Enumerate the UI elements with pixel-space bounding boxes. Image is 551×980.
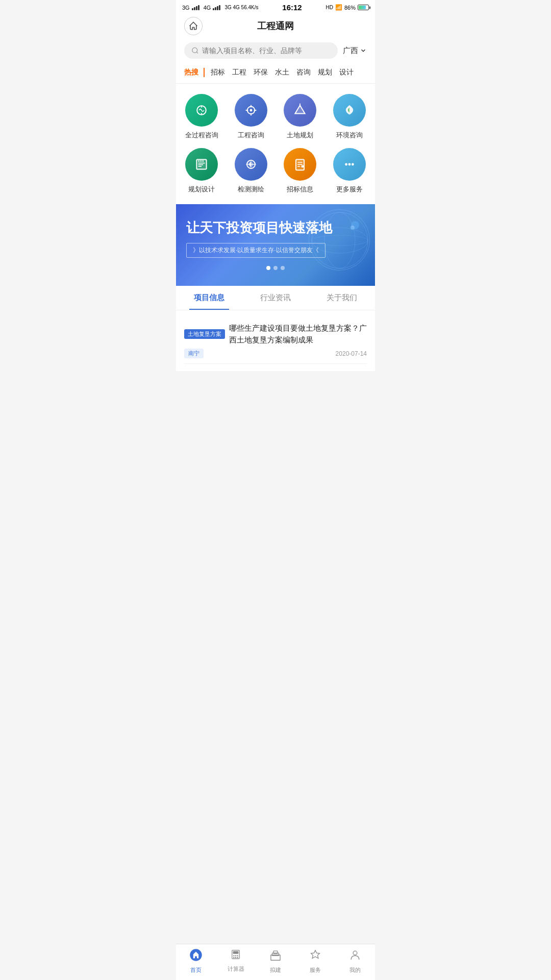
news-item-1[interactable]: 土地复垦方案 哪些生产建设项目要做土地复垦方案？广西土地复垦方案编制成果 南宁 … bbox=[184, 317, 367, 364]
signal-3g bbox=[192, 5, 199, 10]
svg-point-25 bbox=[302, 165, 304, 168]
search-input[interactable] bbox=[202, 46, 331, 55]
hot-tag-sheji[interactable]: 设计 bbox=[339, 68, 354, 77]
svg-rect-11 bbox=[198, 163, 205, 164]
news-category-tag: 土地复垦方案 bbox=[184, 329, 225, 339]
network-info: 3G bbox=[182, 5, 190, 11]
hot-tags-container: 招标 工程 环保 水土 咨询 规划 设计 bbox=[211, 68, 354, 77]
hot-tag-zhaobiao[interactable]: 招标 bbox=[211, 68, 225, 77]
svg-rect-14 bbox=[198, 160, 199, 162]
svg-rect-15 bbox=[201, 160, 202, 162]
time-display: 16:12 bbox=[282, 3, 302, 12]
news-list: 土地复垦方案 哪些生产建设项目要做土地复垦方案？广西土地复垦方案编制成果 南宁 … bbox=[176, 310, 375, 371]
tab-about-us[interactable]: 关于我们 bbox=[309, 286, 375, 310]
service-label-guihua: 规划设计 bbox=[188, 185, 215, 194]
svg-rect-13 bbox=[198, 166, 202, 167]
tab-project-info[interactable]: 项目信息 bbox=[176, 286, 242, 310]
service-item-gongcheng[interactable]: 工程咨询 bbox=[231, 94, 272, 140]
service-label-huanjing: 环境咨询 bbox=[336, 131, 363, 140]
battery-percent: 86% bbox=[344, 5, 356, 11]
header: 工程通网 bbox=[176, 15, 375, 37]
news-title: 哪些生产建设项目要做土地复垦方案？广西土地复垦方案编制成果 bbox=[229, 323, 367, 346]
hot-tag-shuitu[interactable]: 水土 bbox=[275, 68, 289, 77]
news-date: 2020-07-14 bbox=[336, 350, 367, 357]
search-area: 广西 bbox=[176, 37, 375, 64]
search-icon bbox=[191, 46, 199, 55]
banner-dot-2[interactable] bbox=[273, 266, 278, 270]
banner-subtitle: 》以技术求发展·以质量求生存·以信誉交朋友《 bbox=[186, 243, 325, 258]
status-bar: 3G 4G 3G 4G 56.4K/s 16:12 HD 📶 86% bbox=[176, 0, 375, 15]
banner-dot-3[interactable] bbox=[281, 266, 285, 270]
svg-rect-12 bbox=[198, 164, 204, 165]
hd-indicator: HD bbox=[326, 5, 333, 10]
svg-marker-8 bbox=[295, 105, 305, 113]
svg-point-30 bbox=[324, 212, 355, 268]
svg-point-28 bbox=[352, 163, 354, 166]
tab-project-label: 项目信息 bbox=[194, 293, 224, 302]
hot-tag-guihua[interactable]: 规划 bbox=[318, 68, 332, 77]
svg-rect-16 bbox=[203, 160, 204, 162]
content-tabs: 项目信息 行业资讯 关于我们 bbox=[176, 286, 375, 310]
svg-point-27 bbox=[348, 163, 350, 166]
speed-indicator: 3G 4G 56.4K/s bbox=[224, 5, 258, 10]
app-title: 工程通网 bbox=[257, 20, 294, 32]
service-label-jiance: 检测测绘 bbox=[238, 185, 264, 194]
service-item-huanjing[interactable]: 环境咨询 bbox=[329, 94, 370, 140]
service-item-tudi[interactable]: 土地规划 bbox=[280, 94, 321, 140]
status-right: HD 📶 86% bbox=[326, 4, 369, 11]
chevron-down-icon bbox=[360, 47, 367, 54]
svg-point-0 bbox=[192, 47, 197, 53]
svg-point-26 bbox=[345, 163, 347, 166]
service-grid: 全过程咨询 工程咨询 bbox=[176, 84, 375, 204]
svg-point-34 bbox=[350, 226, 355, 230]
service-label-zhaobiao: 招标信息 bbox=[287, 185, 313, 194]
status-left: 3G 4G 3G 4G 56.4K/s bbox=[182, 5, 259, 11]
svg-point-29 bbox=[312, 212, 368, 268]
service-item-jiance[interactable]: 检测测绘 bbox=[231, 148, 272, 194]
svg-point-31 bbox=[312, 228, 368, 253]
hot-search-bar: 热搜 招标 工程 环保 水土 咨询 规划 设计 bbox=[176, 64, 375, 84]
network-4g: 4G bbox=[204, 5, 211, 11]
news-tag-row: 土地复垦方案 哪些生产建设项目要做土地复垦方案？广西土地复垦方案编制成果 bbox=[184, 323, 367, 346]
service-item-more[interactable]: 更多服务 bbox=[329, 148, 370, 194]
tab-about-label: 关于我们 bbox=[327, 293, 357, 302]
svg-point-32 bbox=[312, 235, 368, 246]
region-selector[interactable]: 广西 bbox=[343, 46, 367, 56]
signal-4g bbox=[213, 5, 220, 10]
service-label-quanguocheng: 全过程咨询 bbox=[185, 131, 218, 140]
tab-industry-news[interactable]: 行业资讯 bbox=[242, 286, 309, 310]
banner-decoration bbox=[309, 209, 370, 271]
news-meta: 南宁 2020-07-14 bbox=[184, 349, 367, 358]
promo-banner[interactable]: 让天下投资项目快速落地 》以技术求发展·以质量求生存·以信誉交朋友《 bbox=[176, 204, 375, 286]
battery-icon bbox=[358, 5, 369, 10]
service-label-gongcheng: 工程咨询 bbox=[238, 131, 264, 140]
service-item-quanguocheng[interactable]: 全过程咨询 bbox=[181, 94, 222, 140]
service-item-guihua[interactable]: 规划设计 bbox=[181, 148, 222, 194]
service-label-tudi: 土地规划 bbox=[287, 131, 313, 140]
home-button[interactable] bbox=[184, 17, 203, 35]
news-location: 南宁 bbox=[184, 349, 204, 358]
banner-dot-1[interactable] bbox=[266, 266, 270, 270]
service-item-zhaobiao[interactable]: 招标信息 bbox=[280, 148, 321, 194]
tab-industry-label: 行业资讯 bbox=[260, 293, 291, 302]
hot-label: 热搜 bbox=[184, 68, 205, 77]
svg-point-3 bbox=[249, 109, 252, 112]
hot-tag-huanbao[interactable]: 环保 bbox=[254, 68, 268, 77]
hot-tag-zixun[interactable]: 咨询 bbox=[296, 68, 311, 77]
search-input-wrap[interactable] bbox=[184, 42, 338, 59]
hot-tag-gongcheng[interactable]: 工程 bbox=[232, 68, 246, 77]
service-label-more: 更多服务 bbox=[336, 185, 363, 194]
region-label: 广西 bbox=[343, 46, 358, 56]
wifi-icon: 📶 bbox=[335, 4, 342, 11]
